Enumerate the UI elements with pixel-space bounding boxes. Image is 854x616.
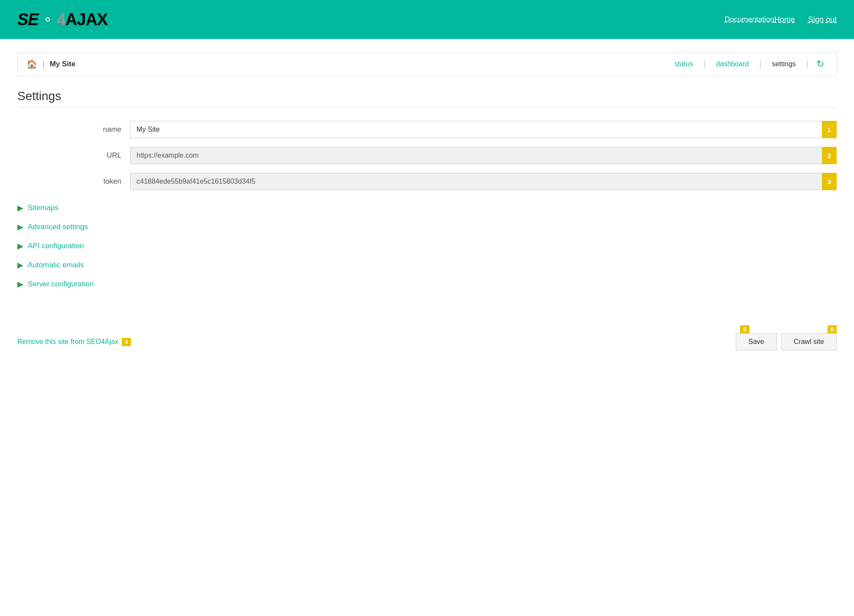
url-label: URL <box>17 151 130 160</box>
server-config-label[interactable]: Server configuration <box>28 280 94 289</box>
remove-link-text: Remove this site from SEO4Ajax <box>17 338 118 346</box>
auto-emails-section[interactable]: ▶ Automatic emails <box>17 260 837 270</box>
svg-line-7 <box>51 15 52 16</box>
crawl-badge: 6 <box>828 325 837 334</box>
refresh-button[interactable]: ↻ <box>813 58 828 70</box>
nav-sep-3: | <box>806 59 808 69</box>
name-label: name <box>17 125 130 134</box>
doc-link[interactable]: Documentation <box>725 15 774 24</box>
name-badge: 1 <box>822 121 837 138</box>
url-input-wrap: 2 <box>130 147 837 164</box>
url-input[interactable] <box>130 147 837 164</box>
svg-point-10 <box>46 18 49 21</box>
server-config-section[interactable]: ▶ Server configuration <box>17 279 837 289</box>
api-config-section[interactable]: ▶ API configuration <box>17 241 837 251</box>
action-buttons: 5 6 Save Crawl site <box>736 333 837 350</box>
logo: SE 4 AJAX <box>17 10 707 29</box>
api-arrow-icon: ▶ <box>17 241 23 251</box>
home-link[interactable]: Home <box>774 15 795 24</box>
nav-status[interactable]: status <box>668 60 699 68</box>
header-nav: Home Sign out <box>774 15 837 24</box>
page-title: Settings <box>17 89 837 103</box>
advanced-arrow-icon: ▶ <box>17 222 23 232</box>
logo-seo: SE <box>17 10 39 29</box>
name-input-wrap: 1 <box>130 121 837 138</box>
advanced-settings-section[interactable]: ▶ Advanced settings <box>17 222 837 232</box>
advanced-settings-label[interactable]: Advanced settings <box>28 223 88 231</box>
app-header: SE 4 AJAX Documentation <box>0 0 854 39</box>
breadcrumb-site-name: My Site <box>50 60 76 68</box>
nav-settings[interactable]: settings <box>766 60 802 68</box>
url-badge: 2 <box>822 147 837 164</box>
divider <box>17 107 837 108</box>
token-field-row: token 3 <box>17 173 837 190</box>
remove-badge: 4 <box>122 338 131 346</box>
token-label: token <box>17 177 130 186</box>
auto-emails-label[interactable]: Automatic emails <box>28 261 84 269</box>
server-arrow-icon: ▶ <box>17 279 23 289</box>
crawl-site-button[interactable]: Crawl site <box>781 333 837 350</box>
nav-sep-2: | <box>759 59 761 69</box>
svg-line-6 <box>51 23 52 24</box>
signout-link[interactable]: Sign out <box>808 15 837 24</box>
main-content: Settings name 1 URL 2 token 3 ▶ Sitemaps… <box>0 76 854 311</box>
bottom-bar: Remove this site from SEO4Ajax 4 5 6 Sav… <box>0 320 854 363</box>
save-button[interactable]: Save <box>736 333 776 350</box>
logo-4: 4 <box>57 10 65 29</box>
remove-link[interactable]: Remove this site from SEO4Ajax 4 <box>17 338 131 346</box>
home-icon[interactable]: 🏠 <box>26 59 37 69</box>
sitemaps-section[interactable]: ▶ Sitemaps <box>17 203 837 213</box>
name-field-row: name 1 <box>17 121 837 138</box>
token-input-wrap: 3 <box>130 173 837 190</box>
auto-emails-arrow-icon: ▶ <box>17 260 23 270</box>
url-field-row: URL 2 <box>17 147 837 164</box>
logo-gear-icon <box>39 11 56 28</box>
name-input[interactable] <box>130 121 837 138</box>
breadcrumb-bar: 🏠 | My Site status | dashboard | setting… <box>17 52 837 76</box>
breadcrumb-nav: status | dashboard | settings | ↻ <box>668 58 828 70</box>
nav-dashboard[interactable]: dashboard <box>710 60 755 68</box>
save-badge: 5 <box>740 325 749 334</box>
nav-sep-1: | <box>704 59 706 69</box>
logo-ajax: AJAX <box>65 10 108 29</box>
token-badge: 3 <box>822 173 837 190</box>
api-config-label[interactable]: API configuration <box>28 242 84 250</box>
breadcrumb-separator: | <box>42 60 45 69</box>
svg-line-5 <box>42 15 44 16</box>
sitemaps-label[interactable]: Sitemaps <box>28 204 59 212</box>
token-input[interactable] <box>130 173 837 190</box>
svg-line-8 <box>42 23 44 24</box>
sitemaps-arrow-icon: ▶ <box>17 203 23 213</box>
